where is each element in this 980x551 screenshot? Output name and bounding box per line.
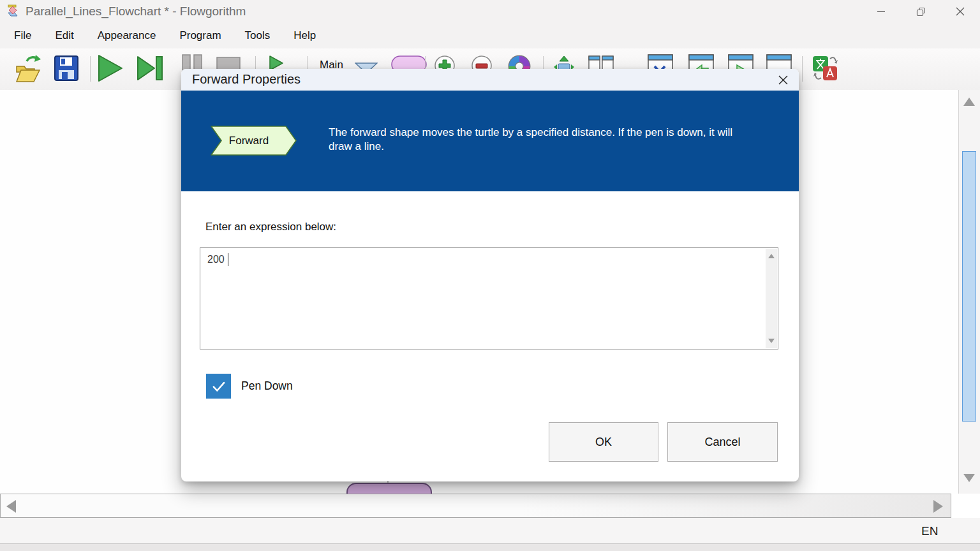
- language-indicator[interactable]: EN: [921, 524, 938, 538]
- status-bar: [0, 518, 980, 543]
- cancel-button[interactable]: Cancel: [667, 422, 778, 462]
- flowchart-end-node[interactable]: [346, 483, 432, 494]
- restore-icon: [916, 7, 926, 17]
- save-button[interactable]: [54, 55, 79, 82]
- open-file-button[interactable]: [14, 54, 42, 83]
- menu-tools[interactable]: Tools: [235, 26, 280, 46]
- folder-open-icon: [14, 54, 42, 83]
- scroll-up-icon[interactable]: [963, 98, 975, 106]
- expression-value: 200: [207, 254, 225, 265]
- translate-button[interactable]: [812, 54, 839, 83]
- minimize-button[interactable]: [861, 0, 901, 23]
- dialog-titlebar[interactable]: Forward Properties: [181, 69, 799, 91]
- save-floppy-icon: [54, 55, 79, 82]
- scroll-left-icon[interactable]: [6, 500, 16, 513]
- step-button[interactable]: [137, 54, 163, 83]
- menu-program[interactable]: Program: [170, 26, 230, 46]
- run-button[interactable]: [97, 54, 124, 83]
- pen-down-checkbox[interactable]: [206, 374, 231, 399]
- menu-file[interactable]: File: [4, 26, 41, 46]
- translate-icon: [812, 54, 839, 83]
- restore-button[interactable]: [901, 0, 940, 23]
- scroll-down-icon[interactable]: [963, 474, 975, 482]
- window-title: Parallel_Lines_Flowchart * - Flowgorithm: [26, 4, 246, 18]
- close-icon: [956, 7, 965, 16]
- horizontal-scrollbar[interactable]: [0, 494, 951, 518]
- checkmark-icon: [211, 378, 227, 395]
- bottom-strip: [0, 543, 980, 551]
- dialog-header-banner: Forward The forward shape moves the turt…: [181, 91, 799, 191]
- ok-button[interactable]: OK: [549, 422, 658, 462]
- expression-scrollbar[interactable]: [766, 249, 777, 348]
- scroll-right-icon[interactable]: [933, 500, 943, 513]
- vertical-scrollbar[interactable]: [958, 90, 980, 494]
- app-logo-icon: [6, 4, 20, 18]
- close-icon: [778, 75, 788, 85]
- scroll-up-icon[interactable]: [768, 254, 775, 258]
- menu-bar: File Edit Appearance Program Tools Help: [0, 23, 980, 48]
- menu-appearance[interactable]: Appearance: [88, 26, 166, 46]
- expression-label: Enter an expression below:: [205, 221, 336, 233]
- scroll-down-icon[interactable]: [768, 339, 775, 343]
- forward-properties-dialog: Forward Properties Forward The forward s…: [181, 69, 799, 481]
- forward-shape-label: Forward: [211, 126, 287, 156]
- dialog-title: Forward Properties: [192, 72, 301, 87]
- dialog-close-button[interactable]: [775, 72, 791, 87]
- toolbar-separator: [90, 56, 91, 82]
- title-bar[interactable]: Parallel_Lines_Flowchart * - Flowgorithm: [0, 0, 980, 23]
- step-forward-icon: [137, 54, 163, 83]
- menu-edit[interactable]: Edit: [45, 26, 83, 46]
- minimize-icon: [877, 7, 886, 16]
- expression-input[interactable]: 200: [200, 247, 778, 349]
- close-window-button[interactable]: [940, 0, 980, 23]
- menu-help[interactable]: Help: [284, 26, 325, 46]
- toolbar-separator: [802, 56, 803, 82]
- pen-down-label[interactable]: Pen Down: [241, 379, 293, 393]
- play-icon: [97, 54, 124, 83]
- dialog-description: The forward shape moves the turtle by a …: [329, 126, 750, 153]
- text-caret: [228, 253, 228, 266]
- scrollbar-thumb[interactable]: [962, 151, 976, 422]
